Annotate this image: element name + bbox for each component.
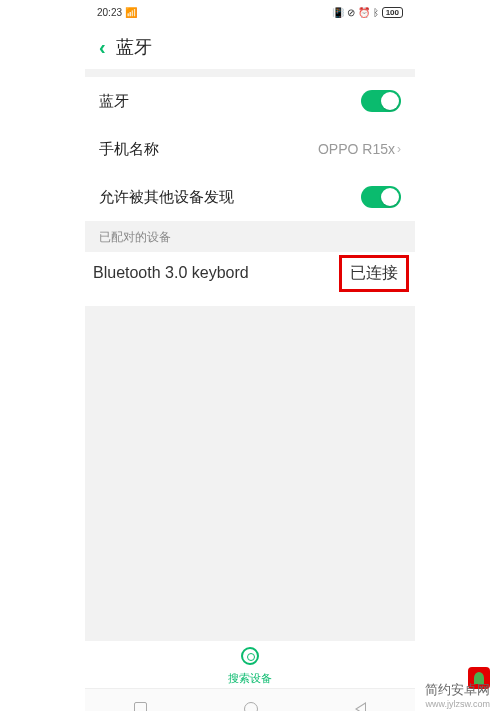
bluetooth-toggle-row[interactable]: 蓝牙	[85, 77, 415, 125]
alarm-icon: ⏰	[358, 7, 370, 18]
search-target-icon	[241, 647, 259, 665]
nav-recent-icon[interactable]	[134, 702, 147, 711]
paired-device-name: Bluetooth 3.0 keybord	[93, 264, 249, 282]
navigation-bar	[85, 688, 415, 711]
nav-back-icon[interactable]	[355, 702, 366, 712]
nav-home-icon[interactable]	[244, 702, 258, 712]
bluetooth-icon: ᛒ	[373, 7, 379, 18]
bluetooth-label: 蓝牙	[99, 92, 129, 111]
search-devices-button[interactable]: 搜索设备	[85, 641, 415, 688]
status-time: 20:23	[97, 7, 122, 18]
empty-device-list	[85, 306, 415, 641]
status-bar: 20:23 📶 📳 ⊘ ⏰ ᛒ 100	[85, 0, 415, 25]
phone-name-value: OPPO R15x	[318, 141, 395, 157]
paired-device-status: 已连接	[339, 255, 409, 292]
discoverable-row[interactable]: 允许被其他设备发现	[85, 173, 415, 221]
chevron-right-icon: ›	[397, 142, 401, 156]
watermark: 简约安卓网 www.jylzsw.com	[425, 681, 490, 709]
paired-section-header: 已配对的设备	[85, 221, 415, 252]
bluetooth-toggle[interactable]	[361, 90, 401, 112]
page-title: 蓝牙	[116, 35, 152, 59]
discoverable-toggle[interactable]	[361, 186, 401, 208]
discoverable-label: 允许被其他设备发现	[99, 188, 234, 207]
phone-name-row[interactable]: 手机名称 OPPO R15x ›	[85, 125, 415, 173]
page-header: ‹ 蓝牙	[85, 25, 415, 69]
paired-device-row[interactable]: Bluetooth 3.0 keybord 已连接	[85, 252, 415, 294]
divider	[85, 69, 415, 77]
phone-name-label: 手机名称	[99, 140, 159, 159]
dnd-icon: ⊘	[347, 7, 355, 18]
watermark-text: 简约安卓网	[425, 681, 490, 699]
search-label: 搜索设备	[85, 671, 415, 686]
vibrate-icon: 📳	[332, 7, 344, 18]
back-icon[interactable]: ‹	[99, 36, 106, 59]
watermark-url: www.jylzsw.com	[425, 699, 490, 709]
battery-indicator: 100	[382, 7, 403, 18]
signal-icon: 📶	[125, 7, 137, 18]
